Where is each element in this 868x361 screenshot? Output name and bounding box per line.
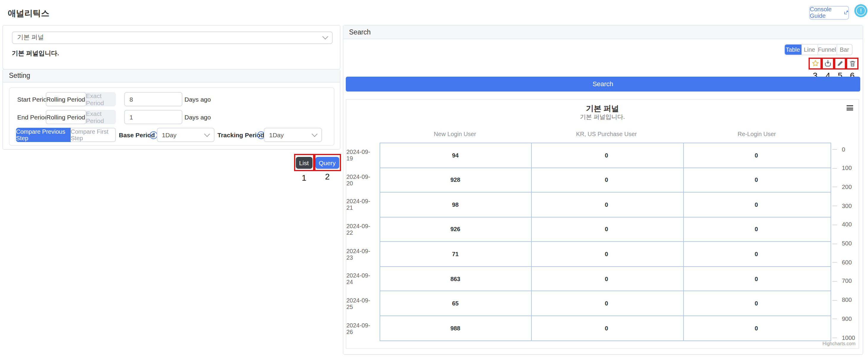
start-period-suffix: Days ago xyxy=(184,92,211,106)
console-guide-label: Console Guide xyxy=(810,6,842,19)
axis-tick xyxy=(832,319,837,320)
value-cell: 0 xyxy=(682,242,831,266)
chart-subtitle: 기본 퍼널입니다. xyxy=(346,113,859,121)
setting-card: Setting Start Period Rolling Period Exac… xyxy=(2,69,340,150)
exact-period-option[interactable]: Exact Period xyxy=(86,92,116,106)
start-period-row: Start Period Rolling Period Exact Period… xyxy=(9,92,334,106)
end-period-mode-toggle: Rolling Period Exact Period xyxy=(45,110,116,124)
funnel-table-rows: 940092800980092600710086300650098800 xyxy=(380,143,831,340)
chevron-down-icon xyxy=(311,131,317,137)
value-cell: 0 xyxy=(682,217,831,241)
compare-toggle: Compare Previous Step Compare First Step xyxy=(16,127,116,142)
date-label: 2024-09-26 xyxy=(346,316,373,341)
axis-tick xyxy=(832,300,837,300)
axis-tick xyxy=(832,262,837,263)
tab-bar[interactable]: Bar xyxy=(836,44,852,54)
search-panel-header: Search xyxy=(343,26,863,39)
value-cell: 0 xyxy=(531,217,682,241)
axis-tick-label: 100 xyxy=(842,164,852,171)
axis-tick-label: 1000 xyxy=(842,334,855,341)
column-header: Re-Login User xyxy=(682,131,831,137)
funnel-select[interactable]: 기본 퍼널 xyxy=(12,31,333,44)
download-icon[interactable] xyxy=(823,59,833,68)
axis-tick xyxy=(832,187,837,187)
exact-period-option[interactable]: Exact Period xyxy=(86,110,116,124)
value-cell: 0 xyxy=(531,292,682,315)
axis-tick-label: 300 xyxy=(842,202,852,209)
console-guide-button[interactable]: Console Guide xyxy=(809,6,849,19)
annotation-label-1: 1 xyxy=(294,173,314,182)
value-cell: 94 xyxy=(380,143,531,167)
favorite-star-icon[interactable] xyxy=(810,59,820,68)
end-period-input[interactable]: 1 xyxy=(124,110,182,124)
axis-tick xyxy=(832,243,837,244)
value-cell: 0 xyxy=(682,143,831,167)
table-row: 92800 xyxy=(380,168,831,192)
value-cell: 0 xyxy=(682,192,831,217)
compare-previous-step-button[interactable]: Compare Previous Step xyxy=(16,127,71,142)
axis-tick-label: 500 xyxy=(842,240,852,247)
delete-trash-icon[interactable] xyxy=(847,59,857,68)
value-cell: 0 xyxy=(531,242,682,266)
start-period-mode-toggle: Rolling Period Exact Period xyxy=(45,92,116,106)
funnel-description: 기본 퍼널입니다. xyxy=(12,49,59,58)
axis-tick-label: 600 xyxy=(842,259,852,265)
annotation-box-2 xyxy=(314,154,341,171)
base-period-select[interactable]: 1Day xyxy=(157,127,215,142)
column-header: KR, US Purchase User xyxy=(531,131,682,137)
tab-funnel[interactable]: Funnel xyxy=(817,44,836,54)
funnel-select-card: 기본 퍼널 기본 퍼널입니다. xyxy=(2,25,340,69)
axis-tick xyxy=(832,168,837,169)
base-period-help-icon[interactable]: ? xyxy=(150,131,157,139)
value-cell: 0 xyxy=(682,292,831,315)
notice-info-button[interactable]: ! xyxy=(854,4,867,17)
annotation-box-1 xyxy=(294,154,314,171)
value-cell: 71 xyxy=(380,242,531,266)
axis-tick xyxy=(832,149,837,150)
chevron-down-icon xyxy=(204,131,210,137)
table-row: 92600 xyxy=(380,217,831,242)
start-period-label: Start Period xyxy=(17,92,50,106)
column-divider xyxy=(683,143,684,340)
tab-table[interactable]: Table xyxy=(784,44,801,54)
base-period-value: 1Day xyxy=(162,131,177,138)
setting-title: Setting xyxy=(9,72,30,79)
annotation-box-6 xyxy=(846,57,859,69)
tab-line[interactable]: Line xyxy=(801,44,817,54)
search-panel-title: Search xyxy=(349,29,371,36)
axis-tick xyxy=(832,281,837,282)
y-axis: 01002003004005006007008009001000 xyxy=(832,100,859,348)
value-cell: 0 xyxy=(531,192,682,217)
edit-pencil-icon[interactable] xyxy=(835,59,845,68)
rolling-period-option[interactable]: Rolling Period xyxy=(45,110,86,124)
start-period-value: 8 xyxy=(129,95,133,102)
table-row: 9800 xyxy=(380,192,831,217)
value-cell: 988 xyxy=(380,316,531,340)
axis-tick xyxy=(832,206,837,206)
rolling-period-option[interactable]: Rolling Period xyxy=(45,92,86,106)
value-cell: 0 xyxy=(531,143,682,167)
exclamation-circle-icon: ! xyxy=(856,6,866,16)
table-row: 6500 xyxy=(380,292,831,316)
compare-first-step-button[interactable]: Compare First Step xyxy=(71,127,116,142)
date-axis: 2024-09-192024-09-202024-09-212024-09-22… xyxy=(346,143,373,341)
axis-tick-label: 800 xyxy=(842,297,852,303)
tracking-period-select[interactable]: 1Day xyxy=(264,127,322,142)
annotation-box-3 xyxy=(809,57,822,69)
end-period-label: End Period xyxy=(17,110,48,124)
table-row: 7100 xyxy=(380,242,831,267)
date-label: 2024-09-25 xyxy=(346,291,373,316)
axis-tick-label: 400 xyxy=(842,221,852,228)
search-button[interactable]: Search xyxy=(345,77,860,91)
value-cell: 0 xyxy=(531,316,682,340)
table-row: 9400 xyxy=(380,143,831,168)
start-period-input[interactable]: 8 xyxy=(124,92,182,106)
value-cell: 928 xyxy=(380,168,531,192)
highcharts-credit[interactable]: Highcharts.com xyxy=(823,341,856,347)
table-header-row: New Login User KR, US Purchase User Re-L… xyxy=(379,131,831,137)
table-row: 86300 xyxy=(380,267,831,292)
value-cell: 0 xyxy=(682,267,831,291)
axis-tick-label: 700 xyxy=(842,278,852,284)
column-header: New Login User xyxy=(379,131,531,137)
view-toggle: Table Line Funnel Bar xyxy=(784,44,852,55)
